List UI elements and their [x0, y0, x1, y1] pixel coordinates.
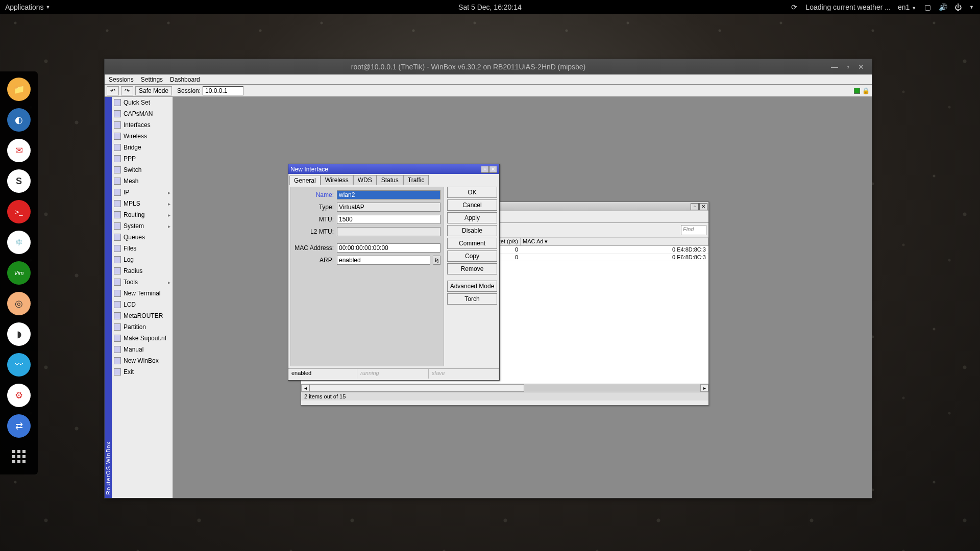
sidebar-item-tools[interactable]: Tools▸: [112, 277, 173, 288]
undo-button[interactable]: ↶: [107, 86, 119, 95]
sidebar-item-queues[interactable]: Queues: [112, 232, 173, 243]
network-icon[interactable]: ⇄: [7, 414, 31, 438]
sidebar-item-new-winbox[interactable]: New WinBox: [112, 355, 173, 366]
sidebar-item-make-supout-rif[interactable]: Make Supout.rif: [112, 333, 173, 344]
applications-label: Applications: [5, 3, 44, 11]
sidebar-item-mpls[interactable]: MPLS▸: [112, 198, 173, 209]
clock[interactable]: Sat 5 Dec, 16:20:14: [458, 3, 522, 11]
find-input[interactable]: Find: [681, 225, 706, 235]
disk-icon[interactable]: ◎: [7, 292, 31, 315]
tab-traffic[interactable]: Traffic: [403, 175, 429, 185]
chevron-down-icon[interactable]: ▼: [969, 5, 974, 10]
menu-settings[interactable]: Settings: [141, 76, 163, 83]
chevron-right-icon: ▸: [168, 212, 170, 218]
menu-dashboard[interactable]: Dashboard: [170, 76, 200, 83]
column-header[interactable]: MAC Ad ▾: [521, 238, 708, 245]
tab-general[interactable]: General: [289, 176, 321, 185]
tray-box-icon[interactable]: ▢: [923, 3, 932, 11]
sidebar-item-radius[interactable]: Radius: [112, 265, 173, 277]
sidebar-item-log[interactable]: Log: [112, 254, 173, 265]
type-input[interactable]: VirtualAP: [337, 203, 440, 212]
gnome-icon[interactable]: ◗: [7, 322, 31, 346]
comment-button[interactable]: Comment: [447, 238, 497, 249]
lock-icon: 🔒: [862, 87, 870, 94]
arp-select[interactable]: enabled: [337, 256, 430, 265]
cancel-button[interactable]: Cancel: [447, 199, 497, 211]
advanced-mode-button[interactable]: Advanced Mode: [447, 281, 497, 292]
sidebar-item-new-terminal[interactable]: New Terminal: [112, 288, 173, 299]
sidebar-icon: [114, 144, 121, 151]
copy-button[interactable]: Copy: [447, 251, 497, 262]
redo-button[interactable]: ↷: [121, 86, 133, 95]
language-indicator[interactable]: en1 ▼: [898, 3, 916, 11]
disable-button[interactable]: Disable: [447, 225, 497, 236]
subwindow-max-button[interactable]: ▫: [691, 203, 699, 210]
applications-menu[interactable]: Applications ▼: [0, 3, 55, 11]
dialog-max-button[interactable]: ▫: [481, 166, 489, 173]
session-value[interactable]: 10.0.0.1: [203, 86, 243, 95]
sidebar-icon: [114, 155, 121, 162]
sidebar-item-system[interactable]: System▸: [112, 220, 173, 232]
scroll-left-icon[interactable]: ◂: [301, 384, 309, 392]
terminal-icon[interactable]: >_: [7, 200, 31, 223]
sidebar-item-interfaces[interactable]: Interfaces: [112, 119, 173, 131]
chevron-down-icon[interactable]: ⧎: [433, 256, 440, 265]
apply-button[interactable]: Apply: [447, 212, 497, 223]
dialog-close-button[interactable]: ✕: [489, 166, 497, 173]
sidebar-icon: [114, 234, 121, 241]
l2mtu-input[interactable]: [337, 227, 440, 236]
tab-wds[interactable]: WDS: [353, 175, 377, 185]
tweaks-icon[interactable]: ⚙: [7, 384, 31, 407]
mtu-input[interactable]: 1500: [337, 215, 440, 224]
monitor-icon[interactable]: 〰: [7, 353, 31, 377]
sidebar-item-quick-set[interactable]: Quick Set: [112, 97, 173, 108]
sidebar-item-partition[interactable]: Partition: [112, 321, 173, 333]
mac-input[interactable]: 00:00:00:00:00:00: [337, 243, 440, 253]
sidebar-icon: [114, 222, 121, 230]
sidebar-item-lcd[interactable]: LCD: [112, 299, 173, 310]
slack-icon[interactable]: S: [7, 169, 31, 193]
ok-button[interactable]: OK: [447, 187, 497, 198]
refresh-icon[interactable]: ⟳: [790, 3, 798, 11]
table-cell: 0 E4:8D:8C:3: [521, 246, 708, 253]
window-titlebar[interactable]: root@10.0.0.1 (TheTik) - WinBox v6.30.2 …: [105, 59, 872, 74]
torch-button[interactable]: Torch: [447, 293, 497, 305]
vim-icon[interactable]: Vim: [7, 261, 31, 285]
volume-icon[interactable]: 🔊: [939, 3, 947, 11]
atom-icon[interactable]: ⚛: [7, 231, 31, 254]
app-grid-icon[interactable]: [7, 445, 31, 468]
scroll-right-icon[interactable]: ▸: [700, 384, 708, 392]
sidebar-item-wireless[interactable]: Wireless: [112, 131, 173, 142]
sidebar-item-bridge[interactable]: Bridge: [112, 142, 173, 153]
sidebar-item-label: Wireless: [124, 133, 147, 140]
sidebar-item-manual[interactable]: Manual: [112, 344, 173, 355]
power-icon[interactable]: ⏻: [954, 3, 962, 11]
maximize-button[interactable]: ▫: [841, 63, 854, 71]
subwindow-close-button[interactable]: ✕: [699, 203, 707, 210]
sidebar-item-mesh[interactable]: Mesh: [112, 176, 173, 187]
sidebar-item-files[interactable]: Files: [112, 243, 173, 254]
remove-button[interactable]: Remove: [447, 263, 497, 274]
files-icon[interactable]: 📁: [7, 78, 31, 101]
arp-label: ARP:: [294, 257, 334, 264]
dialog-titlebar[interactable]: New Interface ▫ ✕: [288, 164, 499, 174]
close-button[interactable]: ✕: [854, 63, 868, 71]
sidebar-item-capsman[interactable]: CAPsMAN: [112, 108, 173, 119]
sidebar-item-exit[interactable]: Exit: [112, 366, 173, 378]
menu-sessions[interactable]: Sessions: [109, 76, 134, 83]
minimize-button[interactable]: —: [828, 63, 841, 71]
name-input[interactable]: wlan2: [337, 190, 440, 199]
safe-mode-button[interactable]: Safe Mode: [135, 86, 172, 95]
sidebar-item-routing[interactable]: Routing▸: [112, 209, 173, 220]
sidebar-item-ip[interactable]: IP▸: [112, 187, 173, 198]
sidebar-item-ppp[interactable]: PPP: [112, 153, 173, 164]
sidebar-icon: [114, 279, 121, 286]
marble-icon[interactable]: ◐: [7, 108, 31, 132]
tab-status[interactable]: Status: [377, 175, 403, 185]
mail-icon[interactable]: ✉: [7, 139, 31, 162]
sidebar-icon: [114, 99, 121, 106]
horizontal-scrollbar[interactable]: ◂ ▸: [301, 384, 708, 392]
sidebar-item-metarouter[interactable]: MetaROUTER: [112, 310, 173, 321]
sidebar-item-switch[interactable]: Switch: [112, 164, 173, 176]
tab-wireless[interactable]: Wireless: [321, 175, 353, 185]
